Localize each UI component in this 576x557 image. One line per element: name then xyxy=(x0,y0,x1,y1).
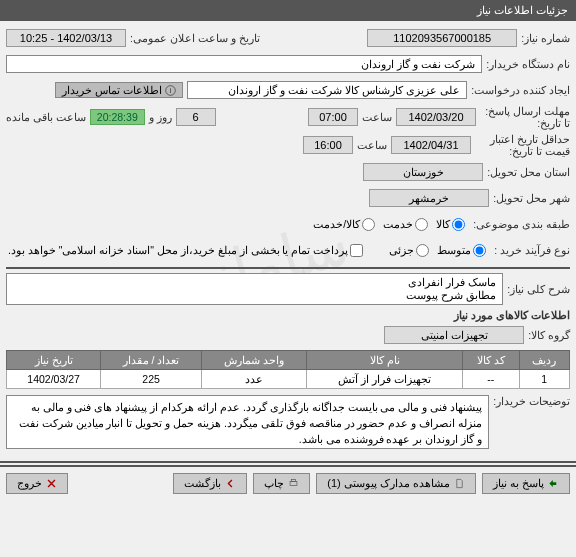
countdown-label: ساعت باقی مانده xyxy=(6,111,86,123)
divider-2 xyxy=(0,461,576,463)
goods-group-value: تجهیزات امنیتی xyxy=(384,326,524,344)
reply-button[interactable]: پاسخ به نیاز xyxy=(482,473,570,494)
back-button[interactable]: بازگشت xyxy=(173,473,247,494)
cell-name: تجهیزات فرار از آتش xyxy=(307,370,463,389)
cat-service-radio[interactable]: خدمت xyxy=(383,218,428,231)
need-title-value: ماسک فرار انفرادی مطابق شرح پیوست xyxy=(6,273,503,305)
th-date: تاریخ نیاز xyxy=(7,351,101,370)
request-no-label: شماره نیاز: xyxy=(521,32,570,44)
th-unit: واحد شمارش xyxy=(201,351,306,370)
cat-goods-radio[interactable]: کالا xyxy=(436,218,465,231)
window-titlebar: جزئیات اطلاعات نیاز xyxy=(0,0,576,21)
back-icon xyxy=(225,478,236,489)
proc-partial-radio[interactable]: جزئی xyxy=(389,244,429,257)
process-label: نوع فرآیند خرید : xyxy=(494,244,570,256)
announce-dt-value: 1402/03/13 - 10:25 xyxy=(6,29,126,47)
th-code: کد کالا xyxy=(463,351,519,370)
th-qty: تعداد / مقدار xyxy=(101,351,202,370)
attachments-button[interactable]: مشاهده مدارک پیوستی (1) xyxy=(316,473,476,494)
announce-dt-label: تاریخ و ساعت اعلان عمومی: xyxy=(130,32,260,44)
payment-note-check[interactable]: پرداخت تمام یا بخشی از مبلغ خرید،از محل … xyxy=(8,244,363,257)
price-valid-time: 16:00 xyxy=(303,136,353,154)
request-no-value: 1102093567000185 xyxy=(367,29,517,47)
category-label: طبقه بندی موضوعی: xyxy=(473,218,570,230)
svg-rect-2 xyxy=(290,481,297,485)
buyer-desc-label: توضیحات خریدار: xyxy=(493,395,570,407)
items-table: ردیف کد کالا نام کالا واحد شمارش تعداد /… xyxy=(6,350,570,389)
buyer-desc-value[interactable]: پیشنهاد فنی و مالی می بایست جداگانه بارگ… xyxy=(6,395,489,449)
province-label: استان محل تحویل: xyxy=(487,166,570,178)
cell-qty: 225 xyxy=(101,370,202,389)
province-value: خوزستان xyxy=(363,163,483,181)
requester-value: علی عزیزی کارشناس کالا شرکت نفت و گاز ار… xyxy=(187,81,467,99)
th-name: نام کالا xyxy=(307,351,463,370)
proc-medium-radio[interactable]: متوسط xyxy=(437,244,486,257)
items-section-title: اطلاعات کالاهای مورد نیاز xyxy=(6,309,570,322)
print-button[interactable]: چاپ xyxy=(253,473,310,494)
price-valid-label: حداقل تاریخ اعتبار قیمت تا تاریخ: xyxy=(475,133,570,157)
goods-group-label: گروه کالا: xyxy=(528,329,570,341)
exit-button[interactable]: خروج xyxy=(6,473,68,494)
need-title-label: شرح کلی نیاز: xyxy=(507,283,570,295)
divider-1 xyxy=(6,267,570,269)
svg-text:i: i xyxy=(170,86,172,95)
resp-date-value: 1402/03/20 xyxy=(396,108,476,126)
city-value: خرمشهر xyxy=(369,189,489,207)
cat-goods-service-radio[interactable]: کالا/خدمت xyxy=(313,218,375,231)
print-icon xyxy=(288,478,299,489)
attachment-icon xyxy=(454,478,465,489)
svg-rect-3 xyxy=(292,479,296,481)
cell-date: 1402/03/27 xyxy=(7,370,101,389)
city-label: شهر محل تحویل: xyxy=(493,192,570,204)
buyer-org-label: نام دستگاه خریدار: xyxy=(486,58,570,70)
table-row[interactable]: 1--تجهیزات فرار از آتشعدد2251402/03/27 xyxy=(7,370,570,389)
resp-deadline-label: مهلت ارسال پاسخ: تا تاریخ: xyxy=(480,105,570,129)
countdown-value: 20:28:39 xyxy=(90,109,145,125)
contact-info-button[interactable]: i اطلاعات تماس خریدار xyxy=(55,82,183,98)
cell-code: -- xyxy=(463,370,519,389)
days-remaining-value: 6 xyxy=(176,108,216,126)
reply-icon xyxy=(548,478,559,489)
time-label-2: ساعت xyxy=(357,139,387,151)
requester-label: ایجاد کننده درخواست: xyxy=(471,84,570,96)
cell-unit: عدد xyxy=(201,370,306,389)
buyer-org-value: شرکت نفت و گاز اروندان xyxy=(6,55,482,73)
info-icon: i xyxy=(165,85,176,96)
form-area: شماره نیاز: 1102093567000185 تاریخ و ساع… xyxy=(0,21,576,459)
resp-time-value: 07:00 xyxy=(308,108,358,126)
exit-icon xyxy=(46,478,57,489)
th-row: ردیف xyxy=(519,351,569,370)
contact-info-label: اطلاعات تماس خریدار xyxy=(62,84,162,96)
days-label: روز و xyxy=(149,111,172,123)
time-label-1: ساعت xyxy=(362,111,392,123)
cell-row: 1 xyxy=(519,370,569,389)
price-valid-date: 1402/04/31 xyxy=(391,136,471,154)
bottom-bar: پاسخ به نیاز مشاهده مدارک پیوستی (1) چاپ… xyxy=(0,465,576,500)
